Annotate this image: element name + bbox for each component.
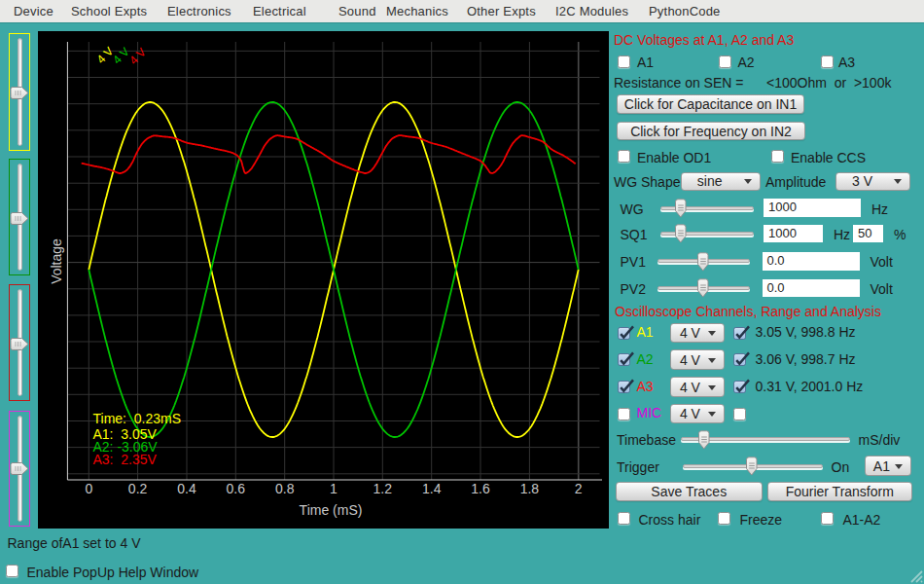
svg-text:0.8: 0.8 (275, 481, 295, 496)
svg-text:1.8: 1.8 (520, 481, 540, 496)
svg-text:0: 0 (85, 481, 92, 496)
svg-text:0.6: 0.6 (227, 481, 246, 496)
svg-text:0.4: 0.4 (177, 481, 196, 496)
svg-text:0.2: 0.2 (128, 481, 148, 496)
svg-text:Time (mS): Time (mS) (300, 502, 363, 518)
svg-text:Time: 0.23mS: Time: 0.23mS (93, 411, 182, 426)
svg-text:1.2: 1.2 (373, 481, 393, 496)
svg-text:A3: 2.35V: A3: 2.35V (93, 452, 158, 467)
svg-text:1.4: 1.4 (422, 481, 442, 496)
svg-text:1: 1 (330, 481, 338, 496)
svg-text:Voltage: Voltage (49, 238, 64, 284)
svg-text:1.6: 1.6 (471, 481, 490, 496)
svg-text:2: 2 (575, 481, 583, 496)
